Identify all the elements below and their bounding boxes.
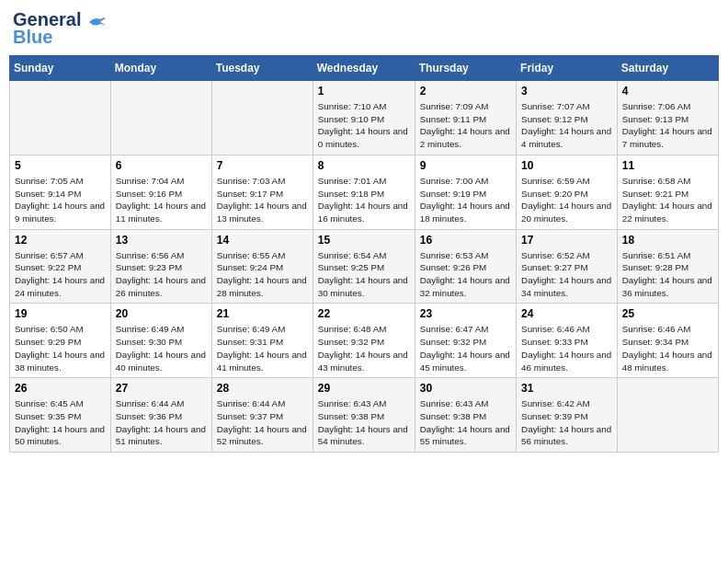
day-info: Sunrise: 6:43 AMSunset: 9:38 PMDaylight:…	[420, 397, 511, 448]
day-number: 19	[15, 307, 106, 320]
day-number: 14	[217, 234, 308, 247]
day-info: Sunrise: 6:42 AMSunset: 9:39 PMDaylight:…	[521, 397, 612, 448]
day-info: Sunrise: 7:05 AMSunset: 9:14 PMDaylight:…	[15, 175, 106, 225]
day-number: 23	[420, 307, 511, 320]
page-header: General Blue	[9, 9, 719, 48]
weekday-header-sunday: Sunday	[10, 56, 111, 81]
day-info: Sunrise: 6:49 AMSunset: 9:30 PMDaylight:…	[116, 323, 207, 373]
day-number: 4	[622, 85, 713, 98]
day-cell: 15Sunrise: 6:54 AMSunset: 9:25 PMDayligh…	[313, 229, 415, 304]
day-number: 22	[318, 307, 410, 320]
day-info: Sunrise: 6:49 AMSunset: 9:31 PMDaylight:…	[217, 323, 308, 373]
weekday-header-row: SundayMondayTuesdayWednesdayThursdayFrid…	[10, 56, 719, 81]
day-info: Sunrise: 7:04 AMSunset: 9:16 PMDaylight:…	[116, 175, 207, 225]
day-number: 6	[116, 159, 207, 172]
day-cell: 28Sunrise: 6:44 AMSunset: 9:37 PMDayligh…	[211, 378, 313, 453]
day-number: 28	[217, 382, 308, 395]
day-info: Sunrise: 6:48 AMSunset: 9:32 PMDaylight:…	[318, 323, 410, 373]
weekday-header-wednesday: Wednesday	[313, 56, 415, 81]
day-info: Sunrise: 7:00 AMSunset: 9:19 PMDaylight:…	[420, 175, 511, 225]
day-cell: 17Sunrise: 6:52 AMSunset: 9:27 PMDayligh…	[517, 229, 618, 304]
day-cell: 4Sunrise: 7:06 AMSunset: 9:13 PMDaylight…	[617, 81, 718, 155]
day-info: Sunrise: 6:56 AMSunset: 9:23 PMDaylight:…	[116, 249, 207, 300]
day-info: Sunrise: 7:06 AMSunset: 9:13 PMDaylight:…	[622, 100, 713, 151]
day-number: 2	[420, 85, 511, 98]
day-cell: 16Sunrise: 6:53 AMSunset: 9:26 PMDayligh…	[415, 229, 516, 304]
day-info: Sunrise: 6:44 AMSunset: 9:36 PMDaylight:…	[116, 397, 207, 448]
weekday-header-thursday: Thursday	[415, 56, 516, 81]
day-cell: 2Sunrise: 7:09 AMSunset: 9:11 PMDaylight…	[415, 81, 516, 155]
day-cell: 1Sunrise: 7:10 AMSunset: 9:10 PMDaylight…	[313, 81, 415, 155]
logo-text-block: General Blue	[13, 9, 108, 48]
day-number: 20	[116, 307, 207, 320]
day-info: Sunrise: 7:01 AMSunset: 9:18 PMDaylight:…	[318, 175, 410, 225]
day-number: 25	[622, 307, 713, 320]
day-info: Sunrise: 7:10 AMSunset: 9:10 PMDaylight:…	[318, 100, 410, 151]
day-cell: 21Sunrise: 6:49 AMSunset: 9:31 PMDayligh…	[211, 304, 313, 378]
week-row-5: 26Sunrise: 6:45 AMSunset: 9:35 PMDayligh…	[10, 378, 719, 453]
day-number: 31	[521, 382, 612, 395]
day-number: 26	[15, 382, 106, 395]
day-cell: 10Sunrise: 6:59 AMSunset: 9:20 PMDayligh…	[517, 155, 618, 229]
day-info: Sunrise: 6:44 AMSunset: 9:37 PMDaylight:…	[217, 397, 308, 448]
day-number: 16	[420, 234, 511, 247]
day-number: 10	[521, 159, 612, 172]
day-cell: 5Sunrise: 7:05 AMSunset: 9:14 PMDaylight…	[10, 155, 111, 229]
day-number: 18	[622, 234, 713, 247]
day-cell: 24Sunrise: 6:46 AMSunset: 9:33 PMDayligh…	[517, 304, 618, 378]
day-cell: 7Sunrise: 7:03 AMSunset: 9:17 PMDaylight…	[211, 155, 313, 229]
week-row-4: 19Sunrise: 6:50 AMSunset: 9:29 PMDayligh…	[10, 304, 719, 378]
day-number: 9	[420, 159, 511, 172]
day-number: 8	[318, 159, 410, 172]
weekday-header-tuesday: Tuesday	[211, 56, 313, 81]
week-row-3: 12Sunrise: 6:57 AMSunset: 9:22 PMDayligh…	[10, 229, 719, 304]
day-info: Sunrise: 6:57 AMSunset: 9:22 PMDaylight:…	[15, 249, 106, 300]
day-cell: 8Sunrise: 7:01 AMSunset: 9:18 PMDaylight…	[313, 155, 415, 229]
week-row-2: 5Sunrise: 7:05 AMSunset: 9:14 PMDaylight…	[10, 155, 719, 229]
day-info: Sunrise: 6:54 AMSunset: 9:25 PMDaylight:…	[318, 249, 410, 300]
weekday-header-friday: Friday	[517, 56, 618, 81]
week-row-1: 1Sunrise: 7:10 AMSunset: 9:10 PMDaylight…	[10, 81, 719, 155]
bird-icon	[87, 15, 108, 29]
day-cell: 22Sunrise: 6:48 AMSunset: 9:32 PMDayligh…	[313, 304, 415, 378]
day-info: Sunrise: 6:51 AMSunset: 9:28 PMDaylight:…	[622, 249, 713, 300]
day-number: 3	[521, 85, 612, 98]
day-number: 17	[521, 234, 612, 247]
weekday-header-monday: Monday	[110, 56, 211, 81]
day-info: Sunrise: 6:58 AMSunset: 9:21 PMDaylight:…	[622, 175, 713, 225]
day-cell: 20Sunrise: 6:49 AMSunset: 9:30 PMDayligh…	[110, 304, 211, 378]
day-cell: 11Sunrise: 6:58 AMSunset: 9:21 PMDayligh…	[617, 155, 718, 229]
day-cell: 30Sunrise: 6:43 AMSunset: 9:38 PMDayligh…	[415, 378, 516, 453]
day-cell: 25Sunrise: 6:46 AMSunset: 9:34 PMDayligh…	[617, 304, 718, 378]
day-cell: 27Sunrise: 6:44 AMSunset: 9:36 PMDayligh…	[110, 378, 211, 453]
day-cell: 6Sunrise: 7:04 AMSunset: 9:16 PMDaylight…	[110, 155, 211, 229]
day-number: 1	[318, 85, 410, 98]
day-cell	[211, 81, 313, 155]
day-cell: 13Sunrise: 6:56 AMSunset: 9:23 PMDayligh…	[110, 229, 211, 304]
day-number: 13	[116, 234, 207, 247]
day-cell: 19Sunrise: 6:50 AMSunset: 9:29 PMDayligh…	[10, 304, 111, 378]
day-number: 5	[15, 159, 106, 172]
calendar-table: SundayMondayTuesdayWednesdayThursdayFrid…	[9, 55, 719, 453]
day-cell: 29Sunrise: 6:43 AMSunset: 9:38 PMDayligh…	[313, 378, 415, 453]
day-cell	[110, 81, 211, 155]
day-info: Sunrise: 6:59 AMSunset: 9:20 PMDaylight:…	[521, 175, 612, 225]
day-cell	[617, 378, 718, 453]
day-info: Sunrise: 6:53 AMSunset: 9:26 PMDaylight:…	[420, 249, 511, 300]
day-number: 24	[521, 307, 612, 320]
day-cell: 31Sunrise: 6:42 AMSunset: 9:39 PMDayligh…	[517, 378, 618, 453]
weekday-header-saturday: Saturday	[617, 56, 718, 81]
day-info: Sunrise: 7:09 AMSunset: 9:11 PMDaylight:…	[420, 100, 511, 151]
day-info: Sunrise: 6:46 AMSunset: 9:34 PMDaylight:…	[622, 323, 713, 373]
day-number: 12	[15, 234, 106, 247]
day-cell	[10, 81, 111, 155]
day-cell: 12Sunrise: 6:57 AMSunset: 9:22 PMDayligh…	[10, 229, 111, 304]
day-info: Sunrise: 6:43 AMSunset: 9:38 PMDaylight:…	[318, 397, 410, 448]
day-number: 11	[622, 159, 713, 172]
day-cell: 23Sunrise: 6:47 AMSunset: 9:32 PMDayligh…	[415, 304, 516, 378]
day-number: 15	[318, 234, 410, 247]
day-cell: 9Sunrise: 7:00 AMSunset: 9:19 PMDaylight…	[415, 155, 516, 229]
day-info: Sunrise: 6:52 AMSunset: 9:27 PMDaylight:…	[521, 249, 612, 300]
day-cell: 3Sunrise: 7:07 AMSunset: 9:12 PMDaylight…	[517, 81, 618, 155]
logo: General Blue	[13, 9, 108, 48]
